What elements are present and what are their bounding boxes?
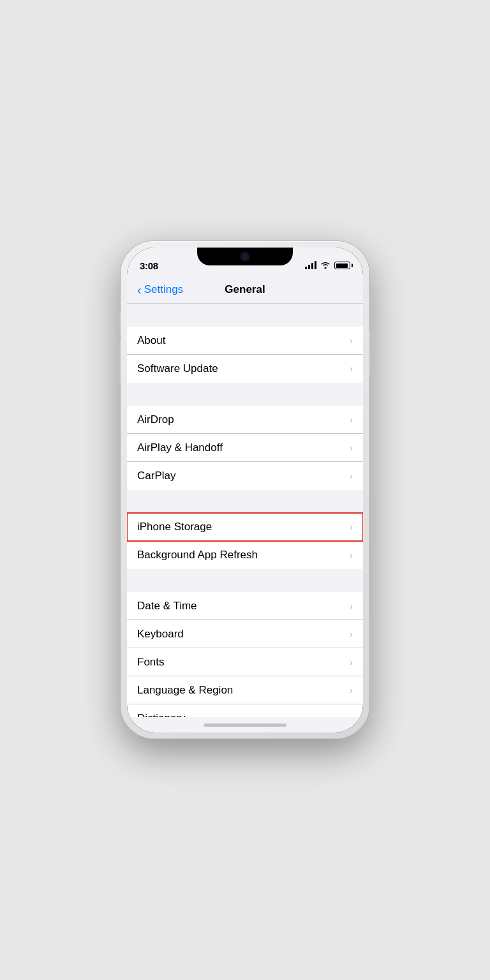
nav-bar: ‹ Settings General xyxy=(127,276,363,304)
settings-row-dictionary[interactable]: Dictionary › xyxy=(127,704,363,717)
phone-inner: 3:08 xyxy=(127,248,363,732)
row-right-fonts: › xyxy=(350,657,353,667)
row-label-about: About xyxy=(137,334,165,347)
front-camera xyxy=(241,253,249,260)
settings-group-4: Date & Time › Keyboard › Fonts xyxy=(127,592,363,717)
chevron-iphone-storage: › xyxy=(350,522,353,532)
row-right-keyboard: › xyxy=(350,629,353,639)
row-label-airplay: AirPlay & Handoff xyxy=(137,442,223,454)
settings-row-language[interactable]: Language & Region › xyxy=(127,676,363,704)
row-label-keyboard: Keyboard xyxy=(137,628,184,641)
chevron-fonts: › xyxy=(350,657,353,667)
section-spacer-1 xyxy=(127,304,363,327)
settings-group-2: AirDrop › AirPlay & Handoff › CarPlay xyxy=(127,406,363,490)
row-label-iphone-storage: iPhone Storage xyxy=(137,521,212,533)
settings-row-carplay[interactable]: CarPlay › xyxy=(127,462,363,490)
chevron-carplay: › xyxy=(350,471,353,481)
back-chevron-icon: ‹ xyxy=(137,283,142,296)
settings-row-airdrop[interactable]: AirDrop › xyxy=(127,406,363,434)
settings-row-about[interactable]: About › xyxy=(127,327,363,355)
settings-row-background-refresh[interactable]: Background App Refresh › xyxy=(127,541,363,569)
signal-icon xyxy=(305,262,316,269)
row-label-dictionary: Dictionary xyxy=(137,712,186,717)
page-title: General xyxy=(225,283,265,296)
row-label-date-time: Date & Time xyxy=(137,600,197,612)
settings-row-airplay[interactable]: AirPlay & Handoff › xyxy=(127,434,363,462)
row-label-background-refresh: Background App Refresh xyxy=(137,549,258,561)
row-label-carplay: CarPlay xyxy=(137,470,175,482)
settings-row-iphone-storage[interactable]: iPhone Storage › xyxy=(127,513,363,541)
settings-row-fonts[interactable]: Fonts › xyxy=(127,648,363,676)
chevron-airdrop: › xyxy=(350,415,353,425)
section-spacer-3 xyxy=(127,490,363,513)
phone-frame: 3:08 xyxy=(121,241,369,739)
row-label-airdrop: AirDrop xyxy=(137,413,174,426)
status-time: 3:08 xyxy=(140,260,158,271)
chevron-date-time: › xyxy=(350,601,353,611)
settings-group-1: About › Software Update › xyxy=(127,327,363,383)
chevron-background-refresh: › xyxy=(350,550,353,560)
row-right-airdrop: › xyxy=(350,415,353,425)
chevron-language: › xyxy=(350,685,353,695)
row-right-background-refresh: › xyxy=(350,550,353,560)
settings-row-date-time[interactable]: Date & Time › xyxy=(127,592,363,620)
chevron-about: › xyxy=(350,336,353,346)
row-right-carplay: › xyxy=(350,471,353,481)
chevron-software-update: › xyxy=(350,364,353,374)
settings-row-keyboard[interactable]: Keyboard › xyxy=(127,620,363,648)
home-bar xyxy=(204,724,286,727)
home-indicator xyxy=(127,717,363,732)
back-label: Settings xyxy=(144,283,183,296)
chevron-airplay: › xyxy=(350,443,353,453)
wifi-icon xyxy=(320,261,330,270)
settings-content: About › Software Update › xyxy=(127,304,363,717)
row-right-iphone-storage: › xyxy=(350,522,353,532)
status-icons xyxy=(305,261,350,270)
settings-row-software-update[interactable]: Software Update › xyxy=(127,355,363,383)
row-right-date-time: › xyxy=(350,601,353,611)
row-label-language: Language & Region xyxy=(137,684,233,697)
screen: 3:08 xyxy=(127,248,363,732)
row-right-about: › xyxy=(350,336,353,346)
section-spacer-4 xyxy=(127,569,363,592)
row-label-software-update: Software Update xyxy=(137,362,218,375)
battery-icon xyxy=(334,262,350,269)
row-right-language: › xyxy=(350,685,353,695)
row-label-fonts: Fonts xyxy=(137,656,165,669)
settings-group-3: iPhone Storage › Background App Refresh … xyxy=(127,513,363,569)
row-right-airplay: › xyxy=(350,443,353,453)
section-spacer-2 xyxy=(127,383,363,406)
notch xyxy=(197,248,293,265)
chevron-keyboard: › xyxy=(350,629,353,639)
row-right-software-update: › xyxy=(350,364,353,374)
back-button[interactable]: ‹ Settings xyxy=(137,283,183,296)
